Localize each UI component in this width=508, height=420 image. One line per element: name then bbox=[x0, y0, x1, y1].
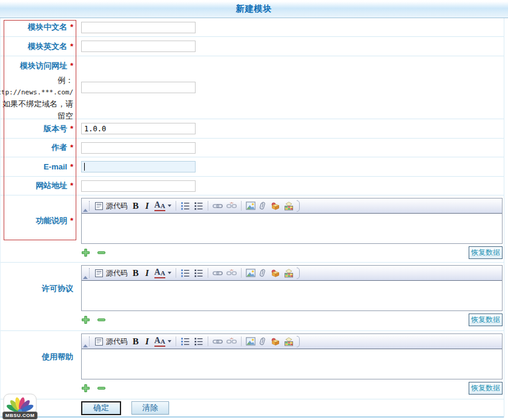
unordered-list-button[interactable] bbox=[194, 268, 203, 278]
table-icon bbox=[284, 337, 294, 346]
toolbar-drag-handle[interactable] bbox=[89, 268, 90, 278]
editor-actions: 恢复数据 bbox=[81, 311, 503, 327]
bold-button[interactable]: B bbox=[131, 201, 140, 211]
insert-table-button[interactable] bbox=[284, 337, 294, 346]
paperclip-icon bbox=[259, 201, 267, 211]
insert-media-button[interactable] bbox=[271, 269, 280, 277]
unordered-list-button[interactable] bbox=[194, 336, 203, 346]
insert-media-button[interactable] bbox=[271, 202, 280, 210]
help-label: 使用帮助 bbox=[42, 352, 73, 363]
module-cn-name-input[interactable] bbox=[81, 22, 196, 33]
remove-link-button[interactable] bbox=[226, 269, 237, 277]
text-cursor bbox=[84, 163, 85, 171]
email-input[interactable] bbox=[81, 161, 196, 172]
editor-content-area[interactable] bbox=[82, 281, 502, 310]
toolbar-separator bbox=[208, 201, 208, 211]
ordered-list-button[interactable] bbox=[180, 268, 190, 278]
insert-image-button[interactable] bbox=[246, 337, 256, 346]
editor-toolbar: 源代码 B I AA bbox=[82, 266, 502, 281]
website-label: 网站地址 bbox=[36, 180, 67, 191]
insert-link-button[interactable] bbox=[213, 338, 223, 346]
font-color-button[interactable]: AA bbox=[154, 336, 171, 347]
ok-button[interactable]: 确定 bbox=[81, 401, 121, 415]
clear-button[interactable]: 清除 bbox=[131, 401, 169, 415]
insert-attachment-button[interactable] bbox=[259, 336, 267, 346]
editor-content-area[interactable] bbox=[82, 214, 502, 243]
form-row-module-cn-name: 模块中文名 * bbox=[1, 18, 504, 37]
plus-icon bbox=[81, 248, 90, 257]
insert-attachment-button[interactable] bbox=[259, 268, 267, 278]
add-editor-button[interactable] bbox=[81, 384, 90, 393]
form-row-author: 作者 * bbox=[1, 139, 504, 157]
insert-image-button[interactable] bbox=[246, 202, 256, 210]
insert-link-button[interactable] bbox=[213, 202, 223, 210]
website-input[interactable] bbox=[81, 180, 196, 192]
bold-button[interactable]: B bbox=[131, 336, 140, 347]
chevron-down-icon bbox=[168, 272, 171, 274]
italic-button[interactable]: I bbox=[143, 336, 151, 347]
module-cn-name-label: 模块中文名 bbox=[28, 22, 67, 33]
remove-editor-button[interactable] bbox=[97, 384, 106, 393]
insert-media-button[interactable] bbox=[271, 337, 280, 346]
collapse-toolbar-button[interactable] bbox=[82, 199, 88, 213]
source-code-icon bbox=[94, 337, 104, 346]
remove-editor-button[interactable] bbox=[97, 315, 106, 324]
license-label: 许可协议 bbox=[42, 283, 73, 294]
link-icon bbox=[213, 202, 223, 210]
italic-button[interactable]: I bbox=[143, 201, 151, 211]
version-input[interactable] bbox=[81, 123, 196, 134]
font-color-button[interactable]: AA bbox=[154, 268, 171, 278]
editor-content-area[interactable] bbox=[82, 349, 502, 379]
remove-editor-button[interactable] bbox=[97, 248, 106, 257]
ordered-list-button[interactable] bbox=[180, 201, 190, 211]
add-editor-button[interactable] bbox=[81, 248, 90, 257]
toolbar-drag-handle[interactable] bbox=[89, 201, 90, 211]
insert-link-button[interactable] bbox=[213, 269, 223, 277]
author-input[interactable] bbox=[81, 142, 196, 154]
source-code-button[interactable]: 源代码 bbox=[94, 268, 128, 278]
editor-actions: 恢复数据 bbox=[81, 379, 503, 395]
page-header: 新建模块 bbox=[0, 0, 508, 18]
restore-data-button[interactable]: 恢复数据 bbox=[469, 382, 503, 395]
required-marker: * bbox=[70, 162, 73, 171]
module-url-input[interactable] bbox=[81, 82, 196, 93]
new-module-page: 新建模块 模块中文名 * 模块英文名 * bbox=[0, 0, 508, 420]
insert-attachment-button[interactable] bbox=[259, 201, 267, 211]
toolbar-separator bbox=[208, 336, 208, 346]
source-code-button[interactable]: 源代码 bbox=[94, 336, 128, 347]
version-label: 版本号 bbox=[44, 123, 67, 134]
collapse-toolbar-button[interactable] bbox=[82, 266, 88, 280]
collapse-toolbar-button[interactable] bbox=[82, 334, 88, 349]
remove-link-button[interactable] bbox=[226, 337, 237, 346]
license-editor-slot: 源代码 B I AA bbox=[81, 265, 503, 327]
font-color-button[interactable]: AA bbox=[154, 201, 171, 211]
editor-toolbar: 源代码 B I AA bbox=[82, 334, 502, 349]
table-icon bbox=[284, 202, 294, 211]
editor-block: 源代码 B I AA bbox=[81, 198, 503, 260]
required-marker: * bbox=[70, 181, 73, 190]
remove-link-button[interactable] bbox=[226, 202, 237, 210]
ordered-list-icon bbox=[180, 336, 190, 346]
insert-table-button[interactable] bbox=[284, 202, 294, 211]
ordered-list-button[interactable] bbox=[180, 336, 190, 346]
paperclip-icon bbox=[259, 268, 267, 278]
module-en-name-input[interactable] bbox=[81, 41, 196, 52]
url-hint-note: 如果不绑定域名，请留空 bbox=[1, 98, 73, 122]
unordered-list-button[interactable] bbox=[194, 201, 203, 211]
minus-icon bbox=[97, 248, 106, 257]
toolbar-drag-handle[interactable] bbox=[89, 336, 90, 346]
italic-button[interactable]: I bbox=[143, 268, 151, 278]
insert-table-button[interactable] bbox=[284, 269, 294, 278]
insert-image-button[interactable] bbox=[246, 269, 256, 277]
plus-icon bbox=[81, 315, 90, 324]
rich-text-editor: 源代码 B I AA bbox=[81, 265, 503, 311]
source-code-label: 源代码 bbox=[106, 336, 128, 347]
collapse-arrow-icon bbox=[83, 276, 88, 279]
restore-data-button[interactable]: 恢复数据 bbox=[469, 246, 503, 259]
restore-data-button[interactable]: 恢复数据 bbox=[469, 313, 503, 326]
form-row-email: E-mail * bbox=[1, 157, 504, 177]
site-logo: MBSU.COM bbox=[1, 393, 39, 419]
source-code-button[interactable]: 源代码 bbox=[94, 201, 128, 211]
bold-button[interactable]: B bbox=[131, 268, 140, 278]
add-editor-button[interactable] bbox=[81, 315, 90, 324]
